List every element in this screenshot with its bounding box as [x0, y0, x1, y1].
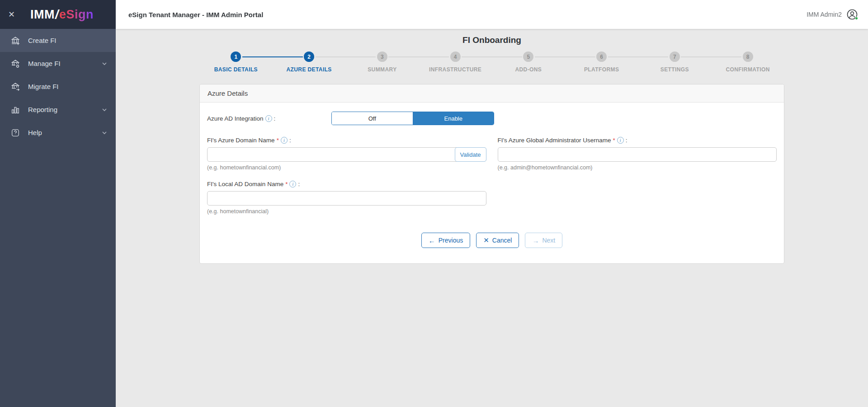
sidebar-item-manage-fi[interactable]: Manage FI — [0, 52, 116, 75]
step-label: SUMMARY — [368, 66, 396, 73]
step-label: ADD-ONS — [515, 66, 542, 73]
step-circle: 2 — [304, 51, 314, 62]
sidebar-item-create-fi[interactable]: Create FI — [0, 29, 116, 52]
wizard-stepper: 1 BASIC DETAILS 2 AZURE DETAILS 3 SUMMAR… — [199, 51, 784, 73]
required-mark: * — [285, 181, 288, 187]
cancel-button[interactable]: ✕ Cancel — [476, 233, 519, 248]
logo-imm-text: IMM — [30, 8, 55, 21]
bar-chart-icon — [10, 104, 21, 115]
chevron-down-icon — [101, 130, 108, 136]
sidebar: ✕ IMM/eSign Create FI Manage FI Migrate … — [0, 0, 116, 407]
arrow-right-icon: → — [532, 237, 539, 244]
close-icon: ✕ — [483, 236, 489, 244]
global-admin-field-block: FI's Azure Global Administrator Username… — [498, 137, 777, 171]
previous-button-label: Previous — [439, 237, 463, 244]
topbar: eSign Tenant Manager - IMM Admin Portal … — [116, 0, 868, 29]
online-status-dot — [855, 17, 858, 20]
local-ad-input[interactable] — [207, 191, 486, 206]
app-logo: IMM/eSign — [21, 8, 108, 22]
azure-domain-field-block: FI's Azure Domain Name * i : Validate (e… — [207, 137, 486, 171]
global-admin-hint: (e.g. admin@hometownfinancial.com) — [498, 164, 777, 171]
step-label: PLATFORMS — [584, 66, 619, 73]
step-confirmation[interactable]: 8 CONFIRMATION — [711, 51, 784, 73]
card-title: Azure Details — [200, 84, 784, 103]
step-label: CONFIRMATION — [726, 66, 770, 73]
logo-esign-text: eSign — [59, 8, 94, 21]
step-label: AZURE DETAILS — [286, 66, 331, 73]
step-add-ons[interactable]: 5 ADD-ONS — [492, 51, 565, 73]
next-button-label: Next — [542, 237, 555, 244]
azure-ad-integration-toggle: Off Enable — [331, 112, 494, 125]
main-content: FI Onboarding 1 BASIC DETAILS 2 AZURE DE… — [116, 29, 868, 407]
local-ad-field-block: FI's Local AD Domain Name * i : (e.g. ho… — [207, 181, 486, 215]
global-admin-input[interactable] — [498, 147, 777, 162]
sidebar-item-reporting[interactable]: Reporting — [0, 98, 116, 121]
step-circle: 6 — [596, 51, 607, 62]
step-summary[interactable]: 3 SUMMARY — [346, 51, 419, 73]
sidebar-item-help[interactable]: Help — [0, 121, 116, 144]
azure-ad-integration-row: Azure AD Integration i : Off Enable — [207, 112, 777, 125]
step-label: SETTINGS — [660, 66, 689, 73]
sidebar-item-label: Help — [28, 129, 101, 136]
step-circle: 5 — [523, 51, 533, 62]
azure-domain-hint: (e.g. hometownfinancial.com) — [207, 164, 486, 171]
azure-ad-integration-label: Azure AD Integration i : — [207, 115, 331, 122]
bank-gear-icon — [10, 58, 21, 69]
user-avatar-icon[interactable] — [846, 9, 858, 20]
sidebar-item-label: Migrate FI — [28, 83, 108, 90]
step-label: INFRASTRUCTURE — [429, 66, 481, 73]
sidebar-item-label: Manage FI — [28, 60, 101, 67]
label-text: FI's Local AD Domain Name — [207, 181, 283, 187]
sidebar-close-icon[interactable]: ✕ — [8, 9, 21, 19]
sidebar-item-migrate-fi[interactable]: Migrate FI — [0, 75, 116, 98]
label-text: Azure AD Integration — [207, 115, 264, 122]
label-colon: : — [626, 137, 627, 144]
user-name: IMM Admin2 — [807, 11, 842, 18]
step-settings[interactable]: 7 SETTINGS — [638, 51, 712, 73]
step-infrastructure[interactable]: 4 INFRASTRUCTURE — [419, 51, 492, 73]
step-platforms[interactable]: 6 PLATFORMS — [565, 51, 638, 73]
required-mark: * — [277, 137, 279, 144]
page-title: FI Onboarding — [116, 29, 868, 45]
step-circle: 7 — [670, 51, 680, 62]
step-circle: 3 — [377, 51, 387, 62]
step-circle: 1 — [231, 51, 241, 62]
next-button[interactable]: → Next — [525, 233, 562, 248]
sidebar-item-label: Reporting — [28, 106, 101, 113]
azure-domain-input[interactable] — [207, 147, 486, 162]
step-azure-details[interactable]: 2 AZURE DETAILS — [273, 51, 346, 73]
step-basic-details[interactable]: 1 BASIC DETAILS — [199, 51, 273, 73]
toggle-option-enable[interactable]: Enable — [413, 112, 494, 125]
step-circle: 4 — [450, 51, 461, 62]
previous-button[interactable]: ← Previous — [421, 233, 470, 248]
info-icon[interactable]: i — [265, 115, 272, 122]
info-icon[interactable]: i — [617, 137, 624, 144]
azure-details-card: Azure Details Azure AD Integration i : O… — [199, 84, 784, 264]
toggle-option-off[interactable]: Off — [332, 112, 413, 125]
required-mark: * — [613, 137, 615, 144]
wizard-footer-buttons: ← Previous ✕ Cancel → Next — [207, 225, 777, 260]
label-colon: : — [298, 181, 300, 187]
chevron-down-icon — [101, 61, 108, 67]
azure-domain-label: FI's Azure Domain Name * i : — [207, 137, 486, 144]
local-ad-label: FI's Local AD Domain Name * i : — [207, 181, 486, 187]
local-ad-hint: (e.g. hometownfinancial) — [207, 208, 486, 215]
info-icon[interactable]: i — [289, 181, 296, 187]
step-circle: 8 — [743, 51, 753, 62]
arrow-left-icon: ← — [429, 237, 435, 244]
info-icon[interactable]: i — [281, 137, 288, 144]
bank-arrow-icon — [10, 81, 21, 92]
step-label: BASIC DETAILS — [214, 66, 258, 73]
label-text: FI's Azure Domain Name — [207, 137, 275, 144]
logo-slash: / — [55, 8, 59, 21]
label-colon: : — [289, 137, 291, 144]
sidebar-logo-bar: ✕ IMM/eSign — [0, 0, 116, 29]
global-admin-label: FI's Azure Global Administrator Username… — [498, 137, 777, 144]
validate-button[interactable]: Validate — [455, 147, 486, 162]
sidebar-nav: Create FI Manage FI Migrate FI Reporting — [0, 29, 116, 144]
bank-plus-icon — [10, 35, 21, 46]
cancel-button-label: Cancel — [492, 237, 512, 244]
label-colon: : — [274, 115, 276, 122]
label-text: FI's Azure Global Administrator Username — [498, 137, 611, 144]
sidebar-item-label: Create FI — [28, 37, 108, 44]
